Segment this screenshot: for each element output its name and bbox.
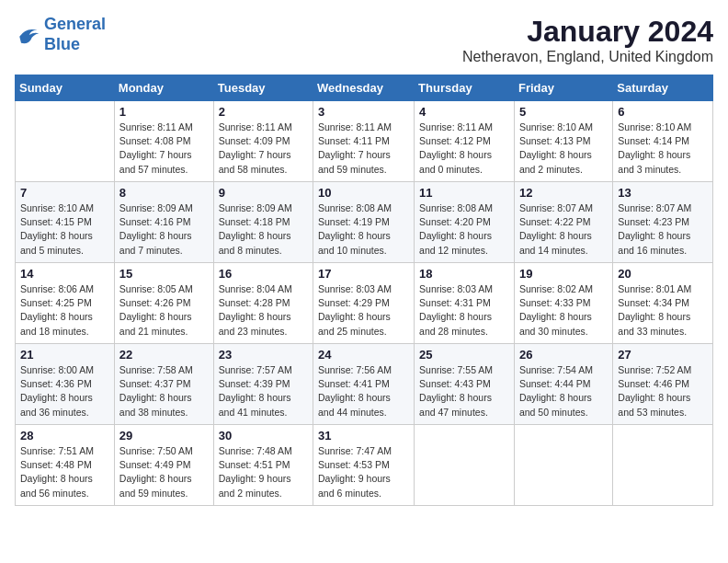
- day-info: Sunrise: 8:01 AM Sunset: 4:34 PM Dayligh…: [618, 282, 708, 339]
- week-row-5: 28Sunrise: 7:51 AM Sunset: 4:48 PM Dayli…: [16, 425, 713, 506]
- calendar-table: SundayMondayTuesdayWednesdayThursdayFrid…: [15, 75, 713, 506]
- day-number: 29: [119, 429, 209, 442]
- day-info: Sunrise: 8:08 AM Sunset: 4:19 PM Dayligh…: [318, 201, 409, 258]
- day-info: Sunrise: 7:58 AM Sunset: 4:37 PM Dayligh…: [119, 363, 209, 419]
- day-number: 20: [618, 267, 708, 281]
- day-number: 28: [20, 429, 109, 442]
- day-info: Sunrise: 8:07 AM Sunset: 4:23 PM Dayligh…: [618, 201, 708, 258]
- day-number: 2: [219, 105, 308, 119]
- day-info: Sunrise: 8:03 AM Sunset: 4:29 PM Dayligh…: [318, 282, 409, 339]
- calendar-cell: 5Sunrise: 8:10 AM Sunset: 4:13 PM Daylig…: [514, 101, 612, 182]
- day-info: Sunrise: 8:04 AM Sunset: 4:28 PM Dayligh…: [219, 282, 308, 339]
- weekday-header-saturday: Saturday: [613, 75, 713, 101]
- calendar-cell: 28Sunrise: 7:51 AM Sunset: 4:48 PM Dayli…: [16, 425, 115, 506]
- calendar-cell: 25Sunrise: 7:55 AM Sunset: 4:43 PM Dayli…: [415, 344, 515, 425]
- day-number: 3: [318, 105, 409, 119]
- day-number: 15: [119, 267, 209, 281]
- calendar-cell: 24Sunrise: 7:56 AM Sunset: 4:41 PM Dayli…: [313, 344, 415, 425]
- calendar-cell: 27Sunrise: 7:52 AM Sunset: 4:46 PM Dayli…: [613, 344, 713, 425]
- day-number: 6: [618, 105, 708, 119]
- weekday-header-friday: Friday: [514, 75, 612, 101]
- day-info: Sunrise: 7:48 AM Sunset: 4:51 PM Dayligh…: [219, 444, 308, 500]
- day-number: 10: [318, 186, 409, 200]
- day-number: 11: [419, 186, 509, 200]
- calendar-cell: 1Sunrise: 8:11 AM Sunset: 4:08 PM Daylig…: [114, 101, 213, 182]
- day-info: Sunrise: 7:50 AM Sunset: 4:49 PM Dayligh…: [119, 444, 209, 500]
- day-number: 30: [219, 429, 308, 442]
- day-number: 27: [618, 348, 708, 362]
- calendar-cell: 26Sunrise: 7:54 AM Sunset: 4:44 PM Dayli…: [514, 344, 612, 425]
- day-info: Sunrise: 8:11 AM Sunset: 4:11 PM Dayligh…: [318, 121, 409, 177]
- day-number: 18: [419, 267, 509, 281]
- day-number: 26: [519, 348, 608, 362]
- calendar-cell: 18Sunrise: 8:03 AM Sunset: 4:31 PM Dayli…: [415, 263, 515, 344]
- weekday-header-monday: Monday: [114, 75, 213, 101]
- day-info: Sunrise: 8:03 AM Sunset: 4:31 PM Dayligh…: [419, 282, 509, 339]
- calendar-cell: 7Sunrise: 8:10 AM Sunset: 4:15 PM Daylig…: [16, 182, 115, 263]
- day-info: Sunrise: 7:51 AM Sunset: 4:48 PM Dayligh…: [20, 444, 109, 500]
- day-info: Sunrise: 8:05 AM Sunset: 4:26 PM Dayligh…: [119, 282, 209, 339]
- weekday-header-row: SundayMondayTuesdayWednesdayThursdayFrid…: [16, 75, 713, 101]
- day-info: Sunrise: 8:02 AM Sunset: 4:33 PM Dayligh…: [519, 282, 608, 339]
- calendar-cell: 12Sunrise: 8:07 AM Sunset: 4:22 PM Dayli…: [514, 182, 612, 263]
- calendar-cell: 6Sunrise: 8:10 AM Sunset: 4:14 PM Daylig…: [613, 101, 713, 182]
- day-info: Sunrise: 8:09 AM Sunset: 4:18 PM Dayligh…: [219, 201, 308, 258]
- calendar-cell: 31Sunrise: 7:47 AM Sunset: 4:53 PM Dayli…: [313, 425, 415, 506]
- week-row-3: 14Sunrise: 8:06 AM Sunset: 4:25 PM Dayli…: [16, 263, 713, 344]
- day-number: 13: [618, 186, 708, 200]
- day-info: Sunrise: 7:56 AM Sunset: 4:41 PM Dayligh…: [318, 363, 409, 419]
- day-info: Sunrise: 7:47 AM Sunset: 4:53 PM Dayligh…: [318, 444, 409, 500]
- day-info: Sunrise: 7:55 AM Sunset: 4:43 PM Dayligh…: [419, 363, 509, 419]
- day-info: Sunrise: 8:07 AM Sunset: 4:22 PM Dayligh…: [519, 201, 608, 258]
- day-number: 31: [318, 429, 409, 442]
- day-info: Sunrise: 8:09 AM Sunset: 4:16 PM Dayligh…: [119, 201, 209, 258]
- day-number: 16: [219, 267, 308, 281]
- calendar-cell: 2Sunrise: 8:11 AM Sunset: 4:09 PM Daylig…: [213, 101, 313, 182]
- calendar-cell: 20Sunrise: 8:01 AM Sunset: 4:34 PM Dayli…: [613, 263, 713, 344]
- day-number: 12: [519, 186, 608, 200]
- page-header: General Blue January 2024 Netheravon, En…: [15, 15, 713, 65]
- calendar-cell: 3Sunrise: 8:11 AM Sunset: 4:11 PM Daylig…: [313, 101, 415, 182]
- weekday-header-wednesday: Wednesday: [313, 75, 415, 101]
- day-info: Sunrise: 7:54 AM Sunset: 4:44 PM Dayligh…: [519, 363, 608, 419]
- calendar-cell: 21Sunrise: 8:00 AM Sunset: 4:36 PM Dayli…: [16, 344, 115, 425]
- logo-text: General Blue: [44, 15, 106, 54]
- day-number: 1: [119, 105, 209, 119]
- week-row-4: 21Sunrise: 8:00 AM Sunset: 4:36 PM Dayli…: [16, 344, 713, 425]
- week-row-1: 1Sunrise: 8:11 AM Sunset: 4:08 PM Daylig…: [16, 101, 713, 182]
- day-info: Sunrise: 8:00 AM Sunset: 4:36 PM Dayligh…: [20, 363, 109, 419]
- calendar-cell: [415, 425, 515, 506]
- logo: General Blue: [15, 15, 106, 54]
- calendar-cell: 4Sunrise: 8:11 AM Sunset: 4:12 PM Daylig…: [415, 101, 515, 182]
- calendar-cell: 19Sunrise: 8:02 AM Sunset: 4:33 PM Dayli…: [514, 263, 612, 344]
- calendar-cell: 16Sunrise: 8:04 AM Sunset: 4:28 PM Dayli…: [213, 263, 313, 344]
- day-number: 14: [20, 267, 109, 281]
- day-info: Sunrise: 8:11 AM Sunset: 4:08 PM Dayligh…: [119, 121, 209, 177]
- weekday-header-sunday: Sunday: [16, 75, 115, 101]
- calendar-cell: 8Sunrise: 8:09 AM Sunset: 4:16 PM Daylig…: [114, 182, 213, 263]
- calendar-cell: 22Sunrise: 7:58 AM Sunset: 4:37 PM Dayli…: [114, 344, 213, 425]
- calendar-cell: 11Sunrise: 8:08 AM Sunset: 4:20 PM Dayli…: [415, 182, 515, 263]
- day-info: Sunrise: 8:06 AM Sunset: 4:25 PM Dayligh…: [20, 282, 109, 339]
- day-info: Sunrise: 8:10 AM Sunset: 4:14 PM Dayligh…: [618, 121, 708, 177]
- calendar-cell: 23Sunrise: 7:57 AM Sunset: 4:39 PM Dayli…: [213, 344, 313, 425]
- title-block: January 2024 Netheravon, England, United…: [462, 15, 713, 65]
- day-number: 8: [119, 186, 209, 200]
- day-number: 9: [219, 186, 308, 200]
- logo-bird-icon: [15, 22, 40, 48]
- day-info: Sunrise: 7:57 AM Sunset: 4:39 PM Dayligh…: [219, 363, 308, 419]
- calendar-cell: 17Sunrise: 8:03 AM Sunset: 4:29 PM Dayli…: [313, 263, 415, 344]
- day-number: 7: [20, 186, 109, 200]
- calendar-cell: [16, 101, 115, 182]
- day-info: Sunrise: 7:52 AM Sunset: 4:46 PM Dayligh…: [618, 363, 708, 419]
- day-info: Sunrise: 8:08 AM Sunset: 4:20 PM Dayligh…: [419, 201, 509, 258]
- day-number: 21: [20, 348, 109, 362]
- calendar-cell: 29Sunrise: 7:50 AM Sunset: 4:49 PM Dayli…: [114, 425, 213, 506]
- day-number: 19: [519, 267, 608, 281]
- weekday-header-thursday: Thursday: [415, 75, 515, 101]
- calendar-cell: 30Sunrise: 7:48 AM Sunset: 4:51 PM Dayli…: [213, 425, 313, 506]
- day-info: Sunrise: 8:11 AM Sunset: 4:09 PM Dayligh…: [219, 121, 308, 177]
- day-number: 24: [318, 348, 409, 362]
- day-number: 17: [318, 267, 409, 281]
- day-info: Sunrise: 8:11 AM Sunset: 4:12 PM Dayligh…: [419, 121, 509, 177]
